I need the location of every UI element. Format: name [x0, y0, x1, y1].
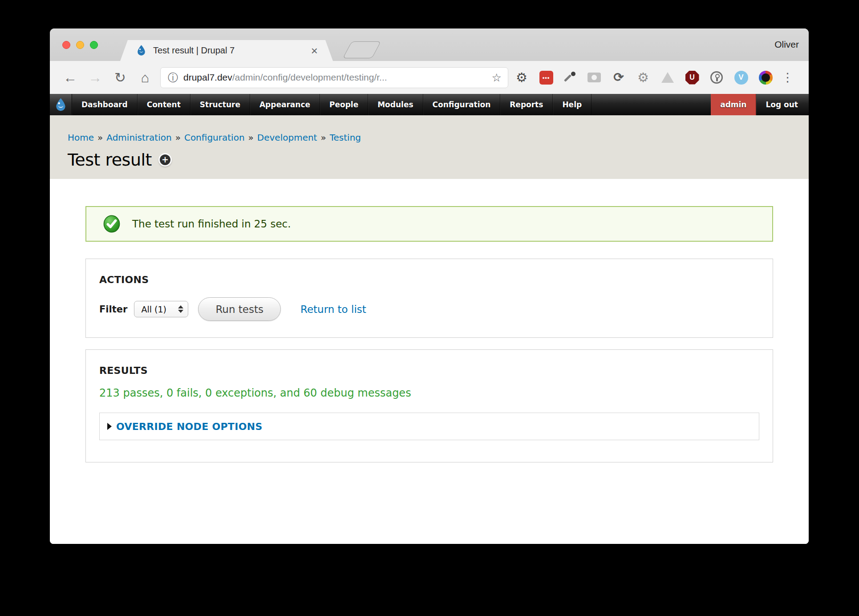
home-button[interactable]: ⌂ — [133, 71, 158, 85]
run-tests-button[interactable]: Run tests — [198, 297, 281, 321]
forward-button[interactable]: → — [83, 71, 108, 85]
sync-search-icon[interactable]: ⟳ — [612, 70, 626, 85]
toolbar-logout[interactable]: Log out — [756, 94, 809, 115]
page-content: The test run finished in 25 sec. ACTIONS… — [50, 179, 809, 544]
url-host: drupal7.dev — [183, 72, 232, 83]
browser-tab[interactable]: Test result | Drupal 7 × — [120, 40, 333, 61]
actions-legend: ACTIONS — [99, 274, 759, 285]
eyedropper-icon[interactable] — [563, 71, 577, 84]
tab-close-icon[interactable]: × — [311, 45, 318, 57]
drupal-logo-icon — [53, 97, 68, 112]
titlebar: Test result | Drupal 7 × Oliver — [50, 28, 809, 61]
breadcrumb-administration[interactable]: Administration — [106, 132, 171, 143]
drupal-favicon-icon — [135, 45, 147, 57]
screenshot-camera-icon[interactable] — [587, 70, 601, 85]
toolbar-item-configuration[interactable]: Configuration — [423, 94, 501, 115]
lens-icon[interactable] — [758, 70, 773, 85]
breadcrumb-configuration[interactable]: Configuration — [184, 132, 245, 143]
bookmark-star-icon[interactable]: ☆ — [492, 71, 502, 84]
toolbar-item-people[interactable]: People — [320, 94, 368, 115]
toolbar-item-modules[interactable]: Modules — [368, 94, 423, 115]
toolbar-item-reports[interactable]: Reports — [500, 94, 553, 115]
minimize-window-button[interactable] — [76, 41, 84, 49]
vimium-icon[interactable]: V — [734, 70, 748, 85]
breadcrumb-development[interactable]: Development — [257, 132, 317, 143]
url-path: /admin/config/development/testing/r... — [232, 72, 488, 83]
breadcrumb-testing[interactable]: Testing — [330, 132, 361, 143]
tab-title: Test result | Drupal 7 — [153, 45, 306, 56]
lastpass-icon[interactable]: ••• — [539, 70, 553, 85]
filter-selected-value: All (1) — [141, 304, 178, 314]
success-check-icon — [103, 215, 121, 233]
select-arrows-icon — [178, 305, 183, 313]
filter-label: Filter — [99, 304, 127, 315]
drupal-home-button[interactable] — [50, 94, 72, 115]
back-button[interactable]: ← — [58, 71, 83, 85]
override-node-options-link[interactable]: OVERRIDE NODE OPTIONS — [116, 421, 263, 432]
address-bar[interactable]: ⓘ drupal7.dev /admin/config/development/… — [160, 67, 508, 88]
toolbar-item-help[interactable]: Help — [553, 94, 592, 115]
drive-icon[interactable] — [660, 70, 675, 85]
actions-fieldset: ACTIONS Filter All (1) Run tests Return … — [85, 259, 773, 338]
traffic-lights — [62, 41, 98, 49]
add-shortcut-icon[interactable]: + — [160, 154, 170, 165]
site-info-icon[interactable]: ⓘ — [168, 71, 178, 85]
browser-window: Test result | Drupal 7 × Oliver ← → ↻ ⌂ … — [50, 28, 809, 544]
drupal-admin-toolbar: Dashboard Content Structure Appearance P… — [50, 94, 809, 115]
zoom-window-button[interactable] — [90, 41, 98, 49]
chrome-menu-icon[interactable]: ⋮ — [782, 72, 794, 84]
toolbar-user-admin[interactable]: admin — [711, 94, 756, 115]
bug-cog-icon[interactable]: ⚙ — [636, 70, 650, 85]
breadcrumb: Home»Administration»Configuration»Develo… — [68, 132, 809, 143]
new-tab-button[interactable] — [343, 41, 381, 58]
page-title: Test result — [68, 150, 152, 170]
return-to-list-link[interactable]: Return to list — [300, 304, 366, 315]
status-message: The test run finished in 25 sec. — [85, 206, 773, 242]
override-node-options-fieldset[interactable]: OVERRIDE NODE OPTIONS — [99, 413, 759, 440]
reload-button[interactable]: ↻ — [108, 71, 133, 85]
results-fieldset: RESULTS 213 passes, 0 fails, 0 exception… — [85, 349, 773, 462]
results-legend: RESULTS — [99, 365, 759, 376]
toolbar-item-content[interactable]: Content — [138, 94, 190, 115]
chrome-toolbar: ← → ↻ ⌂ ⓘ drupal7.dev /admin/config/deve… — [50, 61, 809, 94]
toolbar-item-dashboard[interactable]: Dashboard — [72, 94, 138, 115]
settings-gear-icon[interactable]: ⚙ — [515, 70, 529, 85]
key-circle-icon[interactable] — [709, 70, 724, 85]
collapsed-arrow-icon — [107, 423, 112, 430]
browser-profile-name[interactable]: Oliver — [774, 39, 799, 50]
close-window-button[interactable] — [62, 41, 70, 49]
status-message-text: The test run finished in 25 sec. — [132, 218, 291, 230]
test-pass-summary: 213 passes, 0 fails, 0 exceptions, and 6… — [99, 387, 759, 399]
filter-select[interactable]: All (1) — [134, 301, 188, 317]
page-header: Home»Administration»Configuration»Develo… — [50, 115, 809, 179]
toolbar-item-appearance[interactable]: Appearance — [250, 94, 320, 115]
toolbar-item-structure[interactable]: Structure — [190, 94, 250, 115]
ublock-icon[interactable]: U — [685, 70, 699, 85]
extension-icons-row: ⚙ ••• ⟳ ⚙ U V — [515, 70, 773, 85]
breadcrumb-home[interactable]: Home — [68, 132, 94, 143]
